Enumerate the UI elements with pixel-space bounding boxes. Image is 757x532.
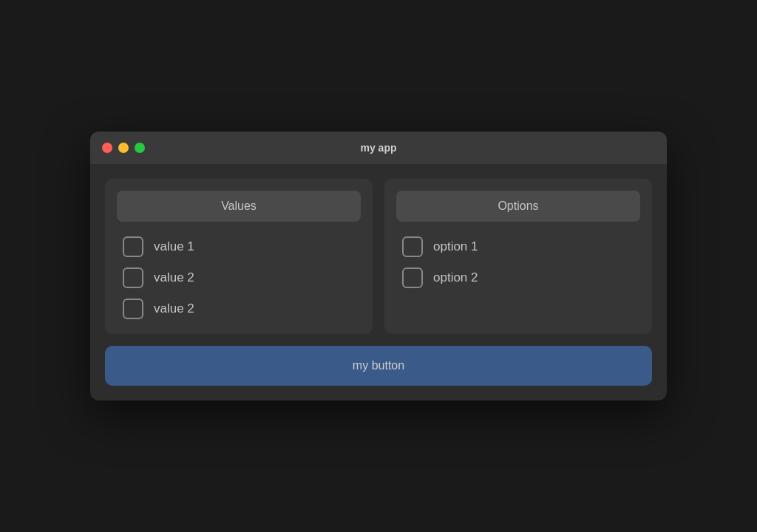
options-checkbox-list: option 1 option 2 (396, 233, 640, 291)
list-item[interactable]: option 2 (402, 267, 634, 288)
option-2-label: option 2 (433, 270, 478, 285)
options-panel-header: Options (396, 191, 640, 222)
traffic-lights (102, 143, 145, 153)
main-button[interactable]: my button (105, 346, 652, 386)
option-2-checkbox[interactable] (402, 267, 423, 288)
window-content: Values value 1 value 2 value 2 (90, 164, 667, 400)
minimize-button[interactable] (118, 143, 129, 153)
titlebar: my app (90, 132, 667, 164)
values-panel-header: Values (117, 191, 361, 222)
list-item[interactable]: value 2 (123, 267, 355, 288)
value-2-checkbox[interactable] (123, 267, 143, 288)
app-window: my app Values value 1 value 2 (90, 132, 667, 400)
option-1-checkbox[interactable] (402, 236, 423, 257)
values-panel: Values value 1 value 2 value 2 (105, 179, 373, 334)
options-panel: Options option 1 option 2 (384, 179, 652, 334)
value-3-label: value 2 (154, 301, 194, 316)
list-item[interactable]: value 1 (123, 236, 355, 257)
list-item[interactable]: value 2 (123, 299, 355, 319)
panels-row: Values value 1 value 2 value 2 (105, 179, 652, 334)
list-item[interactable]: option 1 (402, 236, 634, 257)
maximize-button[interactable] (135, 143, 145, 153)
value-1-label: value 1 (154, 239, 194, 254)
option-1-label: option 1 (433, 239, 478, 254)
values-checkbox-list: value 1 value 2 value 2 (117, 233, 361, 322)
close-button[interactable] (102, 143, 112, 153)
value-1-checkbox[interactable] (123, 236, 143, 257)
window-title: my app (360, 142, 396, 154)
value-2-label: value 2 (154, 270, 194, 285)
value-3-checkbox[interactable] (123, 299, 143, 319)
